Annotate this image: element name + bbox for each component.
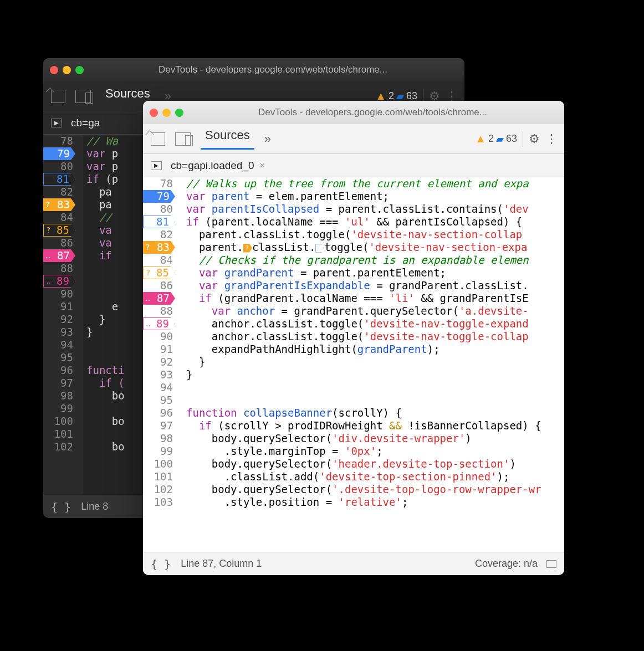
inspect-icon[interactable] xyxy=(51,90,65,103)
drawer-toggle-icon[interactable] xyxy=(546,560,556,568)
cursor-position: Line 87, Column 1 xyxy=(181,558,262,570)
devtools-window-light: DevTools - developers.google.com/web/too… xyxy=(143,101,564,575)
code-editor[interactable]: 7879808182?8384?8586‥8788‥89909192939495… xyxy=(143,177,564,552)
file-tab[interactable]: cb=gapi.loaded_0 × xyxy=(171,160,265,172)
minimize-button[interactable] xyxy=(63,66,71,74)
more-tabs-icon[interactable]: » xyxy=(264,132,269,146)
toolbar: Sources » ▲ 2 ▰ 63 ⚙ ⋮ xyxy=(143,124,564,154)
device-toggle-icon[interactable] xyxy=(175,132,191,146)
titlebar: DevTools - developers.google.com/web/too… xyxy=(143,101,564,124)
close-tab-icon[interactable]: × xyxy=(260,161,265,171)
settings-icon[interactable]: ⚙ xyxy=(529,132,540,146)
window-title: DevTools - developers.google.com/web/too… xyxy=(188,107,558,118)
statusbar: { } Line 87, Column 1 Coverage: n/a xyxy=(143,552,564,575)
tab-sources[interactable]: Sources xyxy=(201,128,254,150)
warnings-badge[interactable]: ▲ 2 ▰ 63 xyxy=(475,132,517,145)
titlebar: DevTools - developers.google.com/web/too… xyxy=(43,58,464,81)
device-toggle-icon[interactable] xyxy=(75,90,91,103)
cursor-position: Line 8 xyxy=(81,501,108,512)
divider xyxy=(523,131,523,147)
coverage-label: Coverage: n/a xyxy=(475,558,538,570)
close-button[interactable] xyxy=(150,109,158,117)
file-tab[interactable]: cb=ga xyxy=(71,117,100,129)
maximize-button[interactable] xyxy=(175,109,183,117)
window-title: DevTools - developers.google.com/web/too… xyxy=(88,64,458,75)
format-icon[interactable]: { } xyxy=(51,500,71,514)
debugger-icon[interactable]: ▶ xyxy=(51,119,62,127)
line-gutter[interactable]: 7879808182?8384?8586‥8788‥89909192939495… xyxy=(143,177,183,552)
maximize-button[interactable] xyxy=(75,66,84,74)
close-button[interactable] xyxy=(50,66,58,74)
minimize-button[interactable] xyxy=(162,109,171,117)
inspect-icon[interactable] xyxy=(151,132,165,146)
more-menu-icon[interactable]: ⋮ xyxy=(545,132,556,146)
line-gutter[interactable]: 7879808182?8384?8586‥8788‥89909192939495… xyxy=(43,135,83,495)
file-tabstrip: ▶ cb=gapi.loaded_0 × xyxy=(143,154,564,177)
debugger-icon[interactable]: ▶ xyxy=(151,161,162,170)
message-icon: ▰ xyxy=(496,133,504,145)
format-icon[interactable]: { } xyxy=(151,557,171,571)
warning-icon: ▲ xyxy=(475,132,486,145)
code-body[interactable]: // Walks up the tree from the current el… xyxy=(183,177,564,552)
